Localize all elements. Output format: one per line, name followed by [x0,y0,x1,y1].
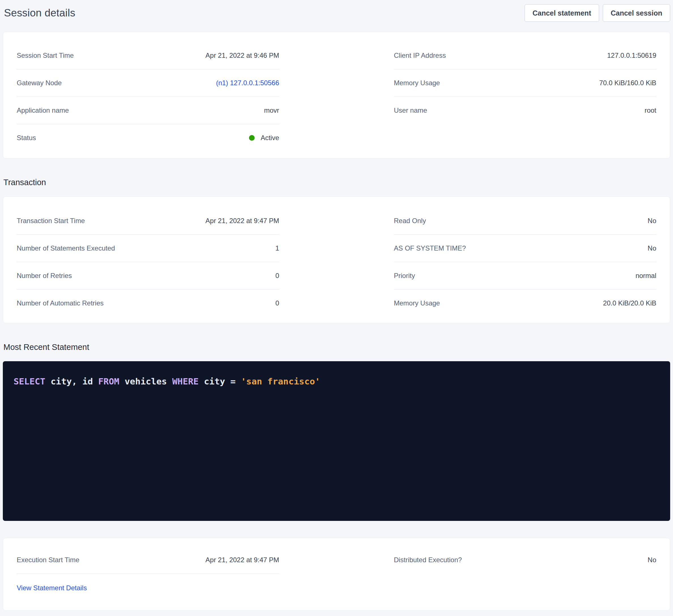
transaction-start-time-value: Apr 21, 2022 at 9:47 PM [205,217,279,225]
session-start-time-value: Apr 21, 2022 at 9:46 PM [205,51,279,59]
number-of-retries-value: 0 [275,272,279,280]
view-statement-details-link[interactable]: View Statement Details [17,584,87,592]
read-only-value: No [648,217,656,225]
automatic-retries-value: 0 [275,299,279,307]
session-start-time-row: Session Start Time Apr 21, 2022 at 9:46 … [17,42,279,69]
client-ip-row: Client IP Address 127.0.0.1:50619 [394,42,657,69]
session-start-time-label: Session Start Time [17,51,74,59]
automatic-retries-row: Number of Automatic Retries 0 [17,289,279,317]
header-actions: Cancel statement Cancel session [524,4,670,22]
sql-string-literal: 'san francisco' [241,376,320,386]
client-ip-label: Client IP Address [394,51,446,59]
client-ip-value: 127.0.0.1:50619 [607,51,657,59]
execution-start-time-value: Apr 21, 2022 at 9:47 PM [205,556,279,564]
number-of-retries-row: Number of Retries 0 [17,262,279,289]
transaction-left-column: Transaction Start Time Apr 21, 2022 at 9… [17,207,279,317]
session-memory-usage-value: 70.0 KiB/160.0 KiB [599,79,656,87]
distributed-execution-row: Distributed Execution? No [394,546,657,574]
transaction-start-time-label: Transaction Start Time [17,217,85,225]
priority-label: Priority [394,272,415,280]
user-name-label: User name [394,106,427,114]
user-name-value: root [645,106,656,114]
sql-statement: SELECT city, id FROM vehicles WHERE city… [14,375,659,387]
statements-executed-label: Number of Statements Executed [17,244,115,252]
sql-keyword-select: SELECT [14,376,45,386]
user-name-row: User name root [394,96,657,124]
priority-row: Priority normal [394,262,657,289]
as-of-system-time-row: AS OF SYSTEM TIME? No [394,234,657,262]
gateway-node-label: Gateway Node [17,79,62,87]
gateway-node-link[interactable]: (n1) 127.0.0.1:50566 [216,79,279,87]
session-details-page: Session details Cancel statement Cancel … [0,2,673,611]
transaction-memory-usage-value: 20.0 KiB/20.0 KiB [603,299,656,307]
status-active-dot-icon [249,135,255,141]
execution-card: Execution Start Time Apr 21, 2022 at 9:4… [3,538,670,611]
transaction-heading: Transaction [3,177,670,188]
distributed-execution-label: Distributed Execution? [394,556,462,564]
priority-value: normal [636,272,656,280]
execution-start-time-row: Execution Start Time Apr 21, 2022 at 9:4… [17,546,279,574]
view-statement-details-row: View Statement Details [17,574,279,602]
statements-executed-row: Number of Statements Executed 1 [17,234,279,262]
gateway-node-row: Gateway Node (n1) 127.0.0.1:50566 [17,69,279,96]
sql-keyword-where: WHERE [172,376,199,386]
application-name-label: Application name [17,106,69,114]
transaction-start-time-row: Transaction Start Time Apr 21, 2022 at 9… [17,207,279,234]
sql-table: vehicles [119,376,172,386]
session-memory-usage-row: Memory Usage 70.0 KiB/160.0 KiB [394,69,657,96]
status-label: Status [17,134,36,142]
sql-keyword-from: FROM [98,376,120,386]
read-only-row: Read Only No [394,207,657,234]
header-bar: Session details Cancel statement Cancel … [3,2,670,24]
transaction-right-column: Read Only No AS OF SYSTEM TIME? No Prior… [394,207,657,317]
cancel-session-button[interactable]: Cancel session [603,4,670,22]
transaction-memory-usage-row: Memory Usage 20.0 KiB/20.0 KiB [394,289,657,317]
session-memory-usage-label: Memory Usage [394,79,440,87]
transaction-card: Transaction Start Time Apr 21, 2022 at 9… [3,197,670,323]
execution-start-time-label: Execution Start Time [17,556,79,564]
read-only-label: Read Only [394,217,426,225]
status-value: Active [249,134,279,142]
application-name-value: movr [264,106,279,114]
statements-executed-value: 1 [275,244,279,252]
page-title: Session details [3,7,75,19]
session-summary-right-column: Client IP Address 127.0.0.1:50619 Memory… [394,42,657,124]
cancel-statement-button[interactable]: Cancel statement [524,4,599,22]
execution-left-column: Execution Start Time Apr 21, 2022 at 9:4… [17,546,279,602]
distributed-execution-value: No [648,556,656,564]
number-of-retries-label: Number of Retries [17,272,72,280]
session-summary-card: Session Start Time Apr 21, 2022 at 9:46 … [3,32,670,159]
as-of-system-time-label: AS OF SYSTEM TIME? [394,244,466,252]
as-of-system-time-value: No [648,244,656,252]
application-name-row: Application name movr [17,96,279,124]
status-row: Status Active [17,124,279,151]
sql-columns: city, id [45,376,98,386]
automatic-retries-label: Number of Automatic Retries [17,299,104,307]
session-summary-left-column: Session Start Time Apr 21, 2022 at 9:46 … [17,42,279,151]
execution-right-column: Distributed Execution? No [394,546,657,574]
most-recent-statement-heading: Most Recent Statement [3,341,670,353]
transaction-memory-usage-label: Memory Usage [394,299,440,307]
sql-statement-box: SELECT city, id FROM vehicles WHERE city… [3,361,670,521]
status-badge: Active [261,134,279,142]
sql-condition: city = [199,376,241,386]
